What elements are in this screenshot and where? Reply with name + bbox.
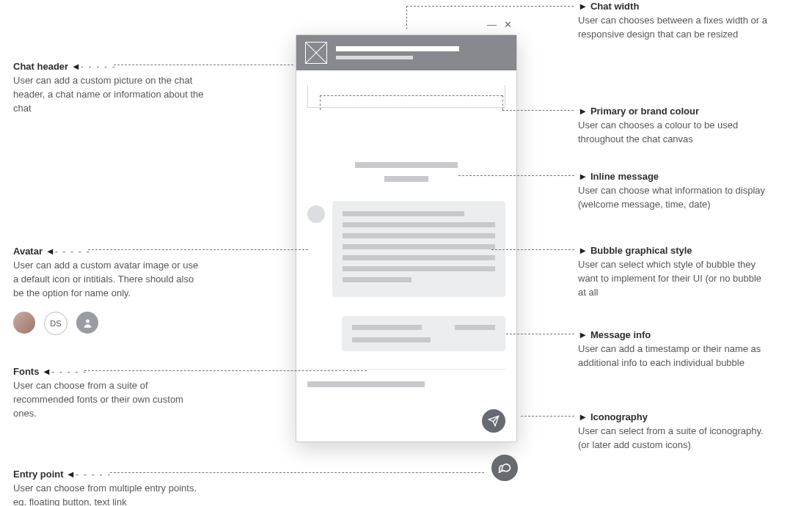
svg-point-0 [86, 319, 89, 323]
avatar-example-photo [13, 312, 35, 334]
annotation-entry-point: Entry point ◂ - - - - - User can choose … [13, 468, 204, 506]
annotation-title: Inline message [590, 171, 659, 182]
annotation-desc: User can add a custom avatar image or us… [13, 259, 204, 301]
arrow-left-icon: ◂ [70, 60, 78, 72]
annotation-title: Primary or brand colour [590, 106, 699, 117]
message-bubble [332, 201, 505, 297]
minimize-icon[interactable]: — [487, 19, 497, 30]
input-separator [307, 369, 505, 370]
avatar-examples: DS [13, 312, 98, 335]
annotation-primary-colour: ▸ Primary or brand colour User can choos… [578, 105, 769, 147]
avatar-placeholder [307, 205, 325, 223]
arrow-right-icon: ▸ [580, 105, 588, 117]
annotation-iconography: ▸ Iconography User can select from a sui… [578, 411, 769, 452]
arrow-right-icon: ▸ [580, 329, 588, 340]
arrow-left-icon: ◂ [41, 365, 49, 377]
annotation-title: Entry point [13, 469, 64, 480]
annotation-desc: User can add a timestamp or their name a… [578, 342, 769, 370]
arrow-left-icon: ◂ [45, 245, 53, 257]
annotation-desc: User can select which style of bubble th… [578, 258, 769, 300]
annotation-title: Avatar [13, 246, 43, 257]
annotation-desc: User can choose from multiple entry poin… [13, 482, 204, 506]
chat-header [296, 35, 516, 70]
outgoing-message-bubble [342, 316, 505, 351]
annotation-desc: User can chooses between a fixes width o… [578, 14, 769, 42]
annotation-chat-header: Chat header ◂ - - - - - User can add a c… [13, 60, 204, 116]
entry-point-button[interactable] [491, 455, 518, 481]
close-icon[interactable]: ✕ [504, 19, 512, 30]
paper-plane-icon [488, 415, 500, 427]
annotation-message-info: ▸ Message info User can add a timestamp … [578, 329, 769, 370]
annotation-desc: User can add a custom picture on the cha… [13, 74, 204, 116]
arrow-right-icon: ▸ [580, 170, 588, 182]
chat-header-text-placeholder [336, 46, 508, 59]
chat-header-picture-placeholder [305, 42, 327, 64]
inline-message-placeholder [296, 159, 516, 182]
annotation-fonts: Fonts ◂ - - - - - User can choose from a… [13, 365, 204, 421]
annotation-title: Chat header [13, 61, 68, 72]
annotation-bubble-style: ▸ Bubble graphical style User can select… [578, 244, 769, 300]
window-controls: — ✕ [487, 19, 512, 30]
brand-colour-region [307, 85, 505, 108]
annotation-desc: User can chooses a colour to be used thr… [578, 119, 769, 147]
annotation-title: Fonts [13, 366, 39, 377]
annotation-inline-message: ▸ Inline message User can choose what in… [578, 170, 769, 212]
arrow-left-icon: ◂ [66, 468, 74, 480]
chat-bubble-icon [498, 461, 512, 475]
annotation-chat-width: ▸ Chat width User can chooses between a … [578, 0, 769, 42]
annotation-desc: User can select from a suite of iconogra… [578, 425, 769, 452]
person-icon [82, 318, 93, 329]
annotation-desc: User can choose from a suite of recommen… [13, 379, 204, 421]
send-button[interactable] [482, 409, 505, 433]
arrow-right-icon: ▸ [580, 411, 588, 422]
arrow-right-icon: ▸ [580, 0, 588, 12]
arrow-right-icon: ▸ [580, 244, 588, 256]
annotation-desc: User can choose what information to disp… [578, 184, 769, 212]
incoming-message-row [307, 201, 505, 297]
message-input-placeholder[interactable] [307, 381, 425, 387]
avatar-example-icon [76, 312, 98, 334]
avatar-example-initials: DS [44, 312, 67, 335]
annotation-avatar: Avatar ◂ - - - - - User can add a custom… [13, 245, 204, 301]
annotation-title: Chat width [590, 1, 639, 12]
annotation-title: Iconography [590, 411, 648, 422]
annotation-title: Message info [590, 329, 651, 340]
annotation-title: Bubble graphical style [590, 245, 692, 256]
